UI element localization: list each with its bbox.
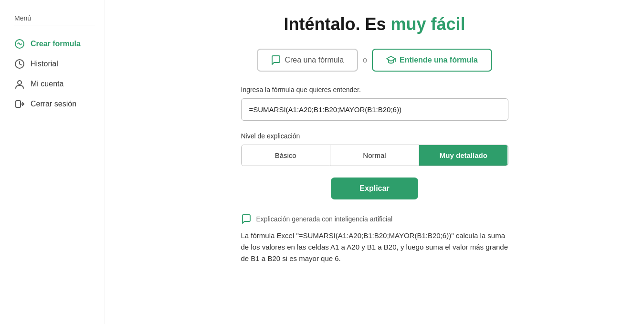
sidebar-item-mi-cuenta[interactable]: Mi cuenta xyxy=(14,74,95,94)
sidebar-item-historial[interactable]: Historial xyxy=(14,54,95,74)
result-header-text: Explicación generada con inteligencia ar… xyxy=(256,215,393,223)
formula-label: Ingresa la fórmula que quieres entender. xyxy=(241,86,508,94)
tab-entiende-label: Entiende una fórmula xyxy=(400,56,478,64)
formula-input[interactable] xyxy=(241,98,508,121)
level-buttons: Básico Normal Muy detallado xyxy=(241,145,508,166)
sidebar: Menú Crear formula Historial xyxy=(0,0,105,324)
svg-rect-5 xyxy=(16,101,21,107)
account-icon xyxy=(14,79,25,89)
tab-crea-label: Crea una fórmula xyxy=(285,56,344,64)
ai-chat-icon xyxy=(241,214,252,224)
menu-label: Menú xyxy=(14,14,95,22)
page-title: Inténtalo. Es muy fácil xyxy=(134,14,615,34)
level-basico[interactable]: Básico xyxy=(242,145,330,166)
tab-entiende-formula[interactable]: Entiende una fórmula xyxy=(372,49,492,72)
result-area: Explicación generada con inteligencia ar… xyxy=(241,214,508,264)
sidebar-label-crear-formula: Crear formula xyxy=(31,40,81,48)
page-wrapper: Menú Crear formula Historial xyxy=(0,0,644,324)
sidebar-label-cerrar-sesion: Cerrar sesión xyxy=(31,100,76,108)
sidebar-item-crear-formula[interactable]: Crear formula xyxy=(14,34,95,54)
tab-separator: o xyxy=(363,56,367,64)
formula-icon xyxy=(14,39,25,49)
svg-point-4 xyxy=(18,81,21,84)
result-header: Explicación generada con inteligencia ar… xyxy=(241,214,508,224)
sidebar-label-historial: Historial xyxy=(31,60,58,68)
level-muy-detallado[interactable]: Muy detallado xyxy=(419,145,507,166)
graduation-icon xyxy=(386,55,396,65)
logout-icon xyxy=(14,99,25,109)
main-content: Inténtalo. Es muy fácil Crea una fórmula… xyxy=(105,0,644,324)
clock-icon xyxy=(14,59,25,69)
explain-button[interactable]: Explicar xyxy=(331,178,418,199)
result-body: La fórmula Excel "=SUMARSI(A1:A20;B1:B20… xyxy=(241,230,508,264)
level-section: Nivel de explicación Básico Normal Muy d… xyxy=(241,132,508,166)
tab-switcher: Crea una fórmula o Entiende una fórmula xyxy=(134,49,615,72)
level-normal[interactable]: Normal xyxy=(330,145,419,166)
chat-icon xyxy=(271,55,281,65)
form-area: Ingresa la fórmula que quieres entender.… xyxy=(241,86,508,199)
title-part1: Inténtalo. Es xyxy=(284,14,391,34)
tab-crea-formula[interactable]: Crea una fórmula xyxy=(257,49,358,72)
sidebar-label-mi-cuenta: Mi cuenta xyxy=(31,80,63,88)
sidebar-divider xyxy=(14,25,95,25)
svg-line-3 xyxy=(20,64,21,65)
title-highlight: muy fácil xyxy=(391,14,465,34)
svg-marker-7 xyxy=(387,56,395,61)
level-label: Nivel de explicación xyxy=(241,132,508,140)
sidebar-item-cerrar-sesion[interactable]: Cerrar sesión xyxy=(14,94,95,114)
